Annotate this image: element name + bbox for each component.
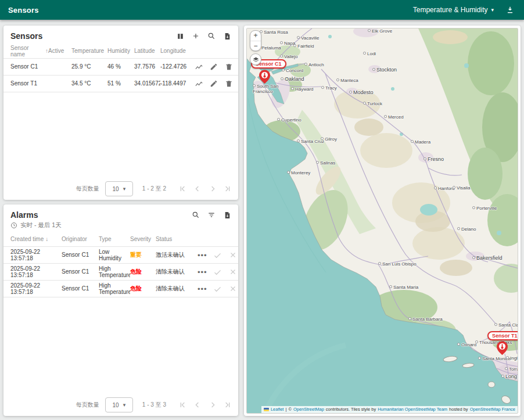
- col-latitude[interactable]: Latitude: [134, 48, 160, 54]
- per-page-select[interactable]: 10 ▾: [105, 397, 133, 412]
- search-icon[interactable]: [191, 210, 201, 220]
- map-widget: Santa RosaElk GroveVacavilleNapaFairfiel…: [244, 26, 521, 416]
- map-city-label: Santa Clarita: [494, 322, 518, 328]
- acknowledge-icon[interactable]: [213, 284, 222, 293]
- next-page-button[interactable]: [207, 183, 218, 195]
- humidity-value: 46 %: [107, 63, 134, 70]
- last-page-button[interactable]: [222, 183, 234, 195]
- map-city-label: Inglewood: [506, 356, 518, 361]
- zoom-in-button[interactable]: +: [250, 31, 261, 41]
- acknowledge-icon[interactable]: [213, 267, 222, 277]
- map-city-label: Salinas: [316, 160, 335, 166]
- last-page-button[interactable]: [222, 399, 234, 411]
- map-marker-sensor-t1[interactable]: [497, 341, 508, 357]
- timeseries-chart-icon[interactable]: [194, 79, 203, 88]
- alarm-created-time: 2025-09-22 13:57:18: [10, 265, 62, 279]
- map-tiles: [247, 28, 518, 414]
- zoom-out-button[interactable]: −: [250, 41, 261, 51]
- col-active[interactable]: Active: [48, 48, 71, 54]
- first-page-button[interactable]: [177, 399, 188, 411]
- clear-alarm-icon[interactable]: [228, 267, 238, 277]
- columns-icon[interactable]: [175, 31, 185, 41]
- clear-alarm-icon[interactable]: [228, 284, 238, 293]
- alarm-originator: Sensor C1: [62, 268, 99, 275]
- clear-alarm-icon[interactable]: [228, 250, 238, 260]
- col-type[interactable]: Type: [99, 236, 130, 242]
- humidity-value: 51 %: [107, 80, 134, 87]
- prev-page-button[interactable]: [192, 399, 203, 411]
- page-range: 1 - 2 至 2: [142, 185, 166, 193]
- chevron-down-icon: ▾: [123, 403, 126, 408]
- sensor-name: Sensor T1: [10, 80, 48, 87]
- osm-france-link[interactable]: OpenStreetMap France: [470, 407, 515, 412]
- col-severity[interactable]: Severity: [130, 236, 156, 242]
- col-status[interactable]: Status: [156, 236, 198, 242]
- more-actions-icon[interactable]: •••: [198, 285, 207, 293]
- map-marker-sensor-c1[interactable]: [259, 70, 270, 86]
- map-city-label: San Luis Obispo: [378, 261, 417, 267]
- first-page-button[interactable]: [177, 183, 188, 195]
- more-actions-icon[interactable]: •••: [198, 268, 207, 277]
- alarm-originator: Sensor C1: [62, 285, 99, 292]
- map-city-label: Long Beach: [501, 374, 518, 379]
- latitude-value: 34.015672: [134, 80, 160, 87]
- table-row[interactable]: 2025-09-22 13:57:18 Sensor C1 High Tempe…: [3, 264, 238, 281]
- map-layers-button[interactable]: [250, 53, 261, 65]
- more-actions-icon[interactable]: •••: [198, 251, 207, 260]
- layers-icon: [253, 56, 259, 63]
- table-row[interactable]: 2025-09-22 13:57:18 Sensor C1 High Tempe…: [3, 281, 238, 297]
- osm-link[interactable]: OpenStreetMap: [293, 407, 324, 412]
- hot-link[interactable]: Humanitarian OpenStreetMap Team: [378, 407, 447, 412]
- map-city-label: Stockton: [372, 67, 397, 73]
- alarms-time-window[interactable]: 实时 - 最后 1天: [3, 220, 238, 232]
- export-icon[interactable]: [222, 31, 232, 41]
- map-city-label: Cupertino: [277, 117, 302, 123]
- prev-page-button[interactable]: [192, 183, 203, 195]
- search-icon[interactable]: [206, 31, 217, 41]
- marker-tooltip-sensor-t1[interactable]: Sensor T1: [487, 331, 518, 340]
- sensors-pagination: 每页数量 10 ▾ 1 - 2 至 2: [3, 178, 238, 200]
- leaflet-link[interactable]: Leaflet: [271, 407, 284, 412]
- col-humidity[interactable]: Humidity: [107, 48, 134, 54]
- entity-alias-select[interactable]: Temperature & Humidity ▾: [413, 6, 494, 14]
- per-page-label: 每页数量: [76, 401, 99, 409]
- table-row[interactable]: Sensor C1 25.9 °C 46 % 37.7576 -122.4726: [3, 59, 238, 76]
- longitude-value: -118.4497: [160, 80, 194, 87]
- map-city-label: Torrance: [505, 367, 518, 372]
- sensors-table-header: Sensor name ↑ Active Temperature Humidit…: [3, 44, 238, 59]
- per-page-label: 每页数量: [76, 185, 99, 193]
- leaflet-map[interactable]: Santa RosaElk GroveVacavilleNapaFairfiel…: [246, 28, 518, 414]
- edit-icon[interactable]: [209, 62, 218, 71]
- add-entity-button[interactable]: [191, 31, 201, 41]
- timeseries-chart-icon[interactable]: [194, 62, 203, 71]
- per-page-select[interactable]: 10 ▾: [105, 181, 133, 196]
- latitude-value: 37.7576: [134, 63, 160, 70]
- map-city-label: Turlock: [363, 101, 382, 106]
- map-city-label: Merced: [384, 114, 404, 120]
- filter-icon[interactable]: [206, 210, 217, 220]
- sensors-widget: Sensors Sensor name ↑ Active Temperature…: [3, 26, 238, 200]
- acknowledge-icon[interactable]: [213, 250, 222, 260]
- temperature-value: 34.5 °C: [71, 80, 107, 87]
- delete-icon[interactable]: [224, 79, 234, 88]
- temperature-value: 25.9 °C: [71, 63, 107, 70]
- next-page-button[interactable]: [207, 399, 218, 411]
- table-row[interactable]: Sensor T1 34.5 °C 51 % 34.015672 -118.44…: [3, 76, 238, 92]
- col-originator[interactable]: Originator: [62, 236, 99, 242]
- map-city-label: Oxnard: [457, 342, 476, 347]
- map-city-label: Gilroy: [321, 137, 337, 142]
- alarm-originator: Sensor C1: [62, 252, 99, 259]
- download-dashboard-button[interactable]: [504, 4, 516, 16]
- export-icon[interactable]: [222, 210, 232, 220]
- col-sensor-name[interactable]: Sensor name ↑: [10, 45, 48, 58]
- table-row[interactable]: 2025-09-22 13:57:18 Sensor C1 Low Humidi…: [3, 247, 238, 264]
- col-created-time[interactable]: Created time ↓: [10, 236, 62, 242]
- col-longitude[interactable]: Longitude: [160, 48, 194, 54]
- sensors-widget-title: Sensors: [10, 31, 42, 41]
- delete-icon[interactable]: [224, 62, 234, 71]
- alarms-pagination: 每页数量 10 ▾ 1 - 3 至 3: [3, 394, 238, 416]
- map-city-label: Modesto: [349, 89, 374, 95]
- edit-icon[interactable]: [209, 79, 218, 88]
- file-download-icon: [506, 6, 514, 14]
- col-temperature[interactable]: Temperature: [71, 48, 107, 54]
